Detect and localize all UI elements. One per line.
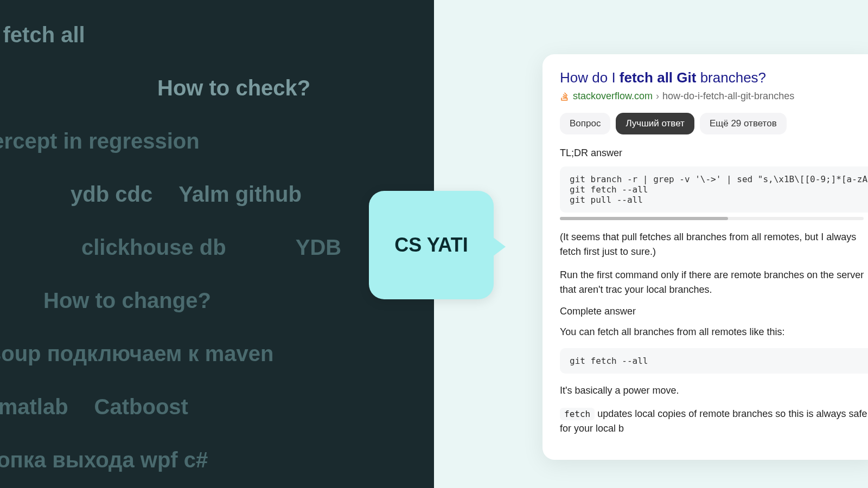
breadcrumb-path: how-do-i-fetch-all-git-branches: [662, 91, 794, 102]
query-row: нопка выхода wpf c#: [0, 447, 434, 473]
stackoverflow-icon: [560, 92, 570, 101]
paragraph: (It seems that pull fetches all branches…: [560, 230, 868, 259]
query-row: How to change?: [0, 287, 434, 313]
query-row: it fetch all: [0, 22, 434, 48]
tab-best-answer[interactable]: Лучший ответ: [616, 113, 694, 134]
cs-yati-badge: CS YATI: [369, 191, 494, 299]
paragraph: It's basically a power move.: [560, 383, 868, 398]
code-block-1[interactable]: git branch -r | grep -v '\->' | sed "s,\…: [560, 166, 868, 213]
card-title[interactable]: How do I fetch all Git branches?: [560, 69, 868, 86]
complete-answer-label: Complete answer: [560, 306, 868, 317]
tab-question[interactable]: Вопрос: [560, 113, 610, 134]
tldr-label: TL;DR answer: [560, 147, 868, 159]
query-row: tercept in regression: [0, 128, 434, 154]
query-row: How to check?: [0, 75, 434, 101]
paragraph: fetch updates local copies of remote bra…: [560, 407, 868, 436]
tab-more-answers[interactable]: Ещё 29 ответов: [700, 113, 787, 134]
query-row: soup подключаем к maven: [0, 341, 434, 367]
breadcrumb-domain: stackoverflow.com: [573, 91, 653, 102]
paragraph: Run the first command only if there are …: [560, 268, 868, 297]
scrollbar-thumb[interactable]: [560, 217, 728, 220]
query-row: r matlabCatboost: [0, 394, 434, 420]
code-block-2[interactable]: git fetch --all: [560, 348, 868, 374]
answer-card: How do I fetch all Git branches? stackov…: [542, 54, 868, 460]
badge-label: CS YATI: [394, 234, 468, 256]
tabs: Вопрос Лучший ответ Ещё 29 ответов: [560, 113, 868, 134]
horizontal-scrollbar[interactable]: [560, 217, 864, 220]
paragraph: You can fetch all branches from all remo…: [560, 325, 868, 339]
breadcrumb-sep: ›: [656, 91, 659, 102]
inline-code: fetch: [560, 408, 595, 420]
breadcrumb[interactable]: stackoverflow.com › how-do-i-fetch-all-g…: [560, 91, 868, 102]
